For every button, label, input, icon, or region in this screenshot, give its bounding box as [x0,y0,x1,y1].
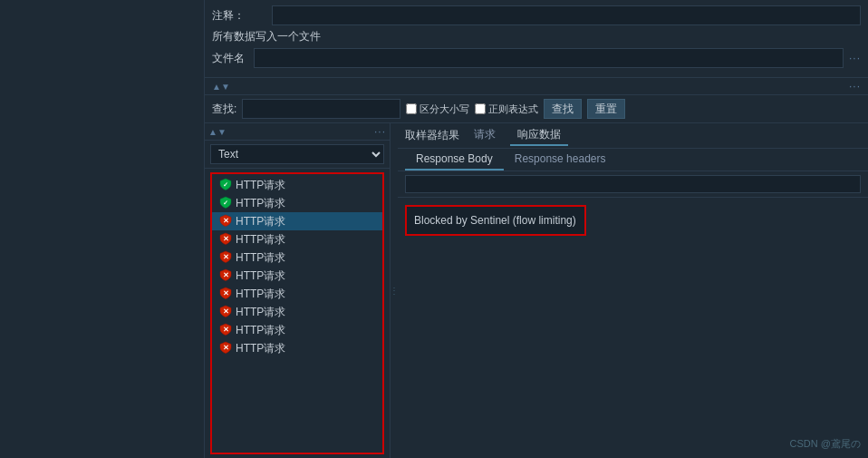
annotation-row: 注释： [212,5,861,25]
search-input[interactable] [242,99,400,119]
find-button[interactable]: 查找 [544,99,582,119]
all-data-row: 所有数据写入一个文件 [212,29,861,44]
search-label: 查找: [212,102,236,117]
regex-checkbox[interactable]: 正则表达式 [475,102,538,116]
response-text: Blocked by Sentinel (flow limiting) [414,214,576,227]
response-box: Blocked by Sentinel (flow limiting) [405,205,586,236]
svg-text:✕: ✕ [223,271,229,279]
tree-item-label: HTTP请求 [236,341,285,356]
tree-item[interactable]: ✕ HTTP请求 [212,303,382,321]
svg-text:✕: ✕ [223,253,229,261]
annotation-input[interactable] [272,5,861,25]
middle-section: ▲▼ ··· Text JSON XML HTML ✓ HTTP请求 ✓ HTT… [205,123,868,458]
filename-menu[interactable]: ··· [849,52,861,64]
results-panel: 取样器结果 请求 响应数据 Response Body Response hea… [398,123,868,458]
vertical-drag-handle[interactable]: ⋮ [391,123,398,458]
tree-item[interactable]: ✕ HTTP请求 [212,285,382,303]
filename-input[interactable] [254,48,844,68]
main-content: 注释： 所有数据写入一个文件 文件名 ··· ▲▼ ··· 查找: 区分大小写 … [204,0,868,458]
tree-item[interactable]: ✓ HTTP请求 [212,194,382,212]
tree-dots-menu[interactable]: ··· [374,125,386,138]
sub-tab-response-headers[interactable]: Response headers [504,149,617,171]
watermark: CSDN @鳶尾の [790,437,861,451]
shield-green-icon: ✓ [219,178,232,193]
toolbar-expander[interactable]: ▲▼ [212,82,230,92]
tree-item[interactable]: ✕ HTTP请求 [212,321,382,339]
shield-red-icon: ✕ [219,250,232,266]
tree-item[interactable]: ✕ HTTP请求 [212,230,382,248]
tree-toolbar: ▲▼ ··· [205,123,390,141]
svg-text:✕: ✕ [223,289,229,297]
tree-item-label: HTTP请求 [236,232,285,248]
svg-text:✕: ✕ [223,307,229,316]
url-input[interactable] [405,175,861,193]
shield-green-icon: ✓ [219,196,232,211]
shield-red-icon: ✕ [219,341,232,356]
svg-text:✕: ✕ [223,217,229,225]
results-label: 取样器结果 [405,128,459,143]
svg-text:✓: ✓ [223,200,228,206]
svg-text:✕: ✕ [223,344,229,352]
tree-item[interactable]: ✓ HTTP请求 [212,176,382,194]
reset-button[interactable]: 重置 [587,99,625,119]
shield-red-icon: ✕ [219,323,232,338]
svg-text:✕: ✕ [223,326,229,334]
tree-item[interactable]: ✕ HTTP请求 [212,212,382,230]
tree-item[interactable]: ✕ HTTP请求 [212,267,382,285]
tree-expander[interactable]: ▲▼ [208,127,227,137]
toolbar-area: ▲▼ ··· [205,78,868,95]
type-selector: Text JSON XML HTML [205,141,390,169]
shield-red-icon: ✕ [219,305,232,320]
tree-item-label: HTTP请求 [236,196,285,211]
url-area [398,171,868,198]
filename-row: 文件名 ··· [212,48,861,68]
search-bar: 查找: 区分大小写 正则表达式 查找 重置 [205,95,868,123]
tree-item-label: HTTP请求 [236,268,285,284]
svg-text:✓: ✓ [223,181,228,188]
regex-label: 正则表达式 [488,102,538,116]
all-data-label: 所有数据写入一个文件 [212,29,321,44]
tree-item[interactable]: ✕ HTTP请求 [212,248,382,267]
top-section: 注释： 所有数据写入一个文件 文件名 ··· [205,0,868,78]
tab-request[interactable]: 请求 [467,125,503,146]
tree-item-label: HTTP请求 [236,178,285,193]
left-sidebar [0,0,204,458]
tree-panel: ▲▼ ··· Text JSON XML HTML ✓ HTTP请求 ✓ HTT… [205,123,391,458]
svg-text:✕: ✕ [223,235,229,243]
shield-red-icon: ✕ [219,214,232,229]
tree-item-label: HTTP请求 [236,287,285,302]
tab-response-data[interactable]: 响应数据 [510,125,568,146]
annotation-label: 注释： [212,8,266,24]
toolbar-dots-menu[interactable]: ··· [849,80,861,93]
tree-item-label: HTTP请求 [236,214,285,229]
response-content: Blocked by Sentinel (flow limiting) [398,198,868,458]
sub-tabs-row: Response Body Response headers [398,149,868,171]
case-sensitive-checkbox[interactable]: 区分大小写 [406,102,469,116]
type-select[interactable]: Text JSON XML HTML [210,144,384,164]
tree-item[interactable]: ✕ HTTP请求 [212,339,382,357]
results-tabs-row: 取样器结果 请求 响应数据 [398,123,868,149]
filename-label: 文件名 [212,51,248,66]
shield-red-icon: ✕ [219,287,232,302]
tree-item-label: HTTP请求 [236,323,285,338]
tree-item-label: HTTP请求 [236,305,285,320]
shield-red-icon: ✕ [219,232,232,248]
tree-border-box: ✓ HTTP请求 ✓ HTTP请求 ✕ HTTP请求 ✕ HTTP请求 ✕ HT… [210,172,384,454]
shield-red-icon: ✕ [219,268,232,284]
case-sensitive-label: 区分大小写 [420,102,469,116]
sub-tab-response-body[interactable]: Response Body [405,149,504,171]
tree-list: ✓ HTTP请求 ✓ HTTP请求 ✕ HTTP请求 ✕ HTTP请求 ✕ HT… [212,174,382,359]
tree-item-label: HTTP请求 [236,250,285,266]
